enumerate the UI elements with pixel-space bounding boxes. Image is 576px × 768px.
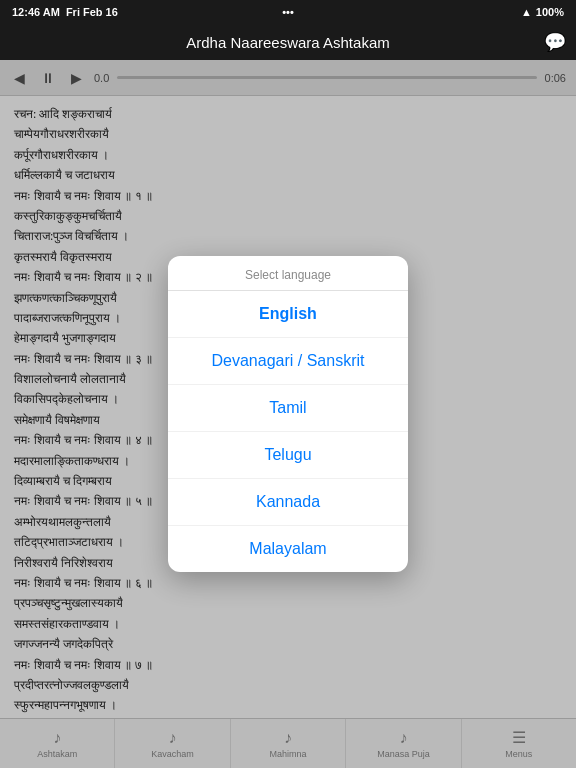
modal-header: Select language xyxy=(168,256,408,291)
language-option-malayalam[interactable]: Malayalam xyxy=(168,526,408,572)
language-option-tamil[interactable]: Tamil xyxy=(168,385,408,432)
wifi-icon: ▲ xyxy=(521,6,532,18)
language-option-devanagari[interactable]: Devanagari / Sanskrit xyxy=(168,338,408,385)
status-date: Fri Feb 16 xyxy=(66,6,118,18)
language-overlay[interactable]: Select language EnglishDevanagari / Sans… xyxy=(0,60,576,768)
status-dots: ••• xyxy=(282,6,294,18)
title-bar: Ardha Naareeswara Ashtakam 💬 xyxy=(0,24,576,60)
status-time: 12:46 AM xyxy=(12,6,60,18)
chat-icon[interactable]: 💬 xyxy=(544,31,566,53)
language-option-english[interactable]: English xyxy=(168,291,408,338)
language-option-telugu[interactable]: Telugu xyxy=(168,432,408,479)
status-bar: 12:46 AM Fri Feb 16 ••• ▲ 100% xyxy=(0,0,576,24)
page-title: Ardha Naareeswara Ashtakam xyxy=(186,34,389,51)
language-option-kannada[interactable]: Kannada xyxy=(168,479,408,526)
language-modal: Select language EnglishDevanagari / Sans… xyxy=(168,256,408,572)
battery-label: 100% xyxy=(536,6,564,18)
